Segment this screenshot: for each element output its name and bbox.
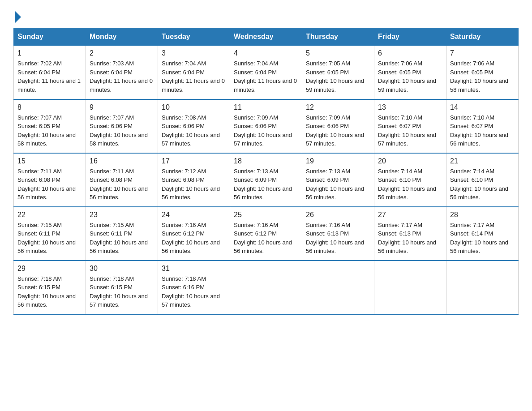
- table-row: 31 Sunrise: 7:18 AMSunset: 6:16 PMDaylig…: [158, 261, 230, 314]
- table-row: [446, 261, 519, 314]
- day-info: Sunrise: 7:05 AMSunset: 6:05 PMDaylight:…: [306, 59, 370, 94]
- table-row: 6 Sunrise: 7:06 AMSunset: 6:05 PMDayligh…: [374, 46, 446, 99]
- col-saturday: Saturday: [446, 28, 519, 46]
- table-row: 4 Sunrise: 7:04 AMSunset: 6:04 PMDayligh…: [230, 46, 302, 99]
- day-info: Sunrise: 7:07 AMSunset: 6:06 PMDaylight:…: [90, 113, 154, 148]
- table-row: 28 Sunrise: 7:17 AMSunset: 6:14 PMDaylig…: [446, 207, 519, 261]
- day-number: 17: [162, 157, 226, 165]
- table-row: [374, 261, 446, 314]
- col-thursday: Thursday: [302, 28, 374, 46]
- day-number: 22: [17, 211, 82, 219]
- calendar-header-row: Sunday Monday Tuesday Wednesday Thursday…: [14, 28, 519, 46]
- col-tuesday: Tuesday: [158, 28, 230, 46]
- table-row: 17 Sunrise: 7:12 AMSunset: 6:08 PMDaylig…: [158, 153, 230, 207]
- table-row: 24 Sunrise: 7:16 AMSunset: 6:12 PMDaylig…: [158, 207, 230, 261]
- day-number: 1: [17, 49, 82, 57]
- table-row: 21 Sunrise: 7:14 AMSunset: 6:10 PMDaylig…: [446, 153, 519, 207]
- day-number: 12: [306, 103, 370, 111]
- table-row: 9 Sunrise: 7:07 AMSunset: 6:06 PMDayligh…: [86, 99, 158, 153]
- table-row: 22 Sunrise: 7:15 AMSunset: 6:11 PMDaylig…: [14, 207, 86, 261]
- col-sunday: Sunday: [14, 28, 86, 46]
- day-number: 14: [450, 103, 515, 111]
- day-info: Sunrise: 7:10 AMSunset: 6:07 PMDaylight:…: [378, 113, 442, 148]
- col-wednesday: Wednesday: [230, 28, 302, 46]
- day-info: Sunrise: 7:16 AMSunset: 6:12 PMDaylight:…: [162, 221, 226, 256]
- day-number: 26: [306, 211, 370, 219]
- table-row: 3 Sunrise: 7:04 AMSunset: 6:04 PMDayligh…: [158, 46, 230, 99]
- calendar-week-row: 15 Sunrise: 7:11 AMSunset: 6:08 PMDaylig…: [14, 153, 519, 207]
- day-info: Sunrise: 7:11 AMSunset: 6:08 PMDaylight:…: [17, 167, 82, 202]
- table-row: 18 Sunrise: 7:13 AMSunset: 6:09 PMDaylig…: [230, 153, 302, 207]
- day-info: Sunrise: 7:13 AMSunset: 6:09 PMDaylight:…: [234, 167, 298, 202]
- day-info: Sunrise: 7:06 AMSunset: 6:05 PMDaylight:…: [378, 59, 442, 94]
- table-row: 5 Sunrise: 7:05 AMSunset: 6:05 PMDayligh…: [302, 46, 374, 99]
- day-info: Sunrise: 7:15 AMSunset: 6:11 PMDaylight:…: [90, 221, 154, 256]
- table-row: 20 Sunrise: 7:14 AMSunset: 6:10 PMDaylig…: [374, 153, 446, 207]
- calendar-table: Sunday Monday Tuesday Wednesday Thursday…: [13, 28, 519, 315]
- table-row: 13 Sunrise: 7:10 AMSunset: 6:07 PMDaylig…: [374, 99, 446, 153]
- day-number: 23: [90, 211, 154, 219]
- day-number: 21: [450, 157, 515, 165]
- day-info: Sunrise: 7:17 AMSunset: 6:14 PMDaylight:…: [450, 221, 515, 256]
- day-number: 19: [306, 157, 370, 165]
- table-row: 16 Sunrise: 7:11 AMSunset: 6:08 PMDaylig…: [86, 153, 158, 207]
- page-header: [13, 9, 519, 20]
- day-info: Sunrise: 7:10 AMSunset: 6:07 PMDaylight:…: [450, 113, 515, 148]
- day-number: 5: [306, 49, 370, 57]
- day-info: Sunrise: 7:04 AMSunset: 6:04 PMDaylight:…: [234, 59, 298, 94]
- day-number: 2: [90, 49, 154, 57]
- table-row: 26 Sunrise: 7:16 AMSunset: 6:13 PMDaylig…: [302, 207, 374, 261]
- table-row: 12 Sunrise: 7:09 AMSunset: 6:06 PMDaylig…: [302, 99, 374, 153]
- day-info: Sunrise: 7:12 AMSunset: 6:08 PMDaylight:…: [162, 167, 226, 202]
- table-row: 29 Sunrise: 7:18 AMSunset: 6:15 PMDaylig…: [14, 261, 86, 314]
- table-row: 10 Sunrise: 7:08 AMSunset: 6:06 PMDaylig…: [158, 99, 230, 153]
- table-row: 1 Sunrise: 7:02 AMSunset: 6:04 PMDayligh…: [14, 46, 86, 99]
- day-info: Sunrise: 7:11 AMSunset: 6:08 PMDaylight:…: [90, 167, 154, 202]
- day-number: 27: [378, 211, 442, 219]
- day-number: 7: [450, 49, 515, 57]
- day-info: Sunrise: 7:07 AMSunset: 6:05 PMDaylight:…: [17, 113, 82, 148]
- col-friday: Friday: [374, 28, 446, 46]
- day-info: Sunrise: 7:06 AMSunset: 6:05 PMDaylight:…: [450, 59, 515, 94]
- day-number: 24: [162, 211, 226, 219]
- day-number: 18: [234, 157, 298, 165]
- day-number: 6: [378, 49, 442, 57]
- day-number: 15: [17, 157, 82, 165]
- table-row: 2 Sunrise: 7:03 AMSunset: 6:04 PMDayligh…: [86, 46, 158, 99]
- calendar-week-row: 22 Sunrise: 7:15 AMSunset: 6:11 PMDaylig…: [14, 207, 519, 261]
- table-row: [302, 261, 374, 314]
- day-info: Sunrise: 7:15 AMSunset: 6:11 PMDaylight:…: [17, 221, 82, 256]
- day-number: 9: [90, 103, 154, 111]
- logo-arrow-icon: [15, 11, 21, 23]
- day-number: 30: [90, 265, 154, 273]
- day-info: Sunrise: 7:13 AMSunset: 6:09 PMDaylight:…: [306, 167, 370, 202]
- table-row: 25 Sunrise: 7:16 AMSunset: 6:12 PMDaylig…: [230, 207, 302, 261]
- day-number: 10: [162, 103, 226, 111]
- table-row: 23 Sunrise: 7:15 AMSunset: 6:11 PMDaylig…: [86, 207, 158, 261]
- day-info: Sunrise: 7:14 AMSunset: 6:10 PMDaylight:…: [450, 167, 515, 202]
- day-info: Sunrise: 7:03 AMSunset: 6:04 PMDaylight:…: [90, 59, 154, 94]
- day-info: Sunrise: 7:18 AMSunset: 6:15 PMDaylight:…: [17, 274, 82, 309]
- table-row: 11 Sunrise: 7:09 AMSunset: 6:06 PMDaylig…: [230, 99, 302, 153]
- day-info: Sunrise: 7:09 AMSunset: 6:06 PMDaylight:…: [234, 113, 298, 148]
- day-number: 3: [162, 49, 226, 57]
- table-row: [230, 261, 302, 314]
- day-info: Sunrise: 7:14 AMSunset: 6:10 PMDaylight:…: [378, 167, 442, 202]
- day-number: 31: [162, 265, 226, 273]
- col-monday: Monday: [86, 28, 158, 46]
- day-number: 13: [378, 103, 442, 111]
- logo: [13, 9, 21, 20]
- day-number: 11: [234, 103, 298, 111]
- day-number: 29: [17, 265, 82, 273]
- table-row: 15 Sunrise: 7:11 AMSunset: 6:08 PMDaylig…: [14, 153, 86, 207]
- day-info: Sunrise: 7:16 AMSunset: 6:12 PMDaylight:…: [234, 221, 298, 256]
- calendar-week-row: 8 Sunrise: 7:07 AMSunset: 6:05 PMDayligh…: [14, 99, 519, 153]
- day-info: Sunrise: 7:08 AMSunset: 6:06 PMDaylight:…: [162, 113, 226, 148]
- day-number: 25: [234, 211, 298, 219]
- table-row: 7 Sunrise: 7:06 AMSunset: 6:05 PMDayligh…: [446, 46, 519, 99]
- day-number: 28: [450, 211, 515, 219]
- day-info: Sunrise: 7:18 AMSunset: 6:16 PMDaylight:…: [162, 274, 226, 309]
- day-number: 16: [90, 157, 154, 165]
- calendar-week-row: 1 Sunrise: 7:02 AMSunset: 6:04 PMDayligh…: [14, 46, 519, 99]
- day-info: Sunrise: 7:18 AMSunset: 6:15 PMDaylight:…: [90, 274, 154, 309]
